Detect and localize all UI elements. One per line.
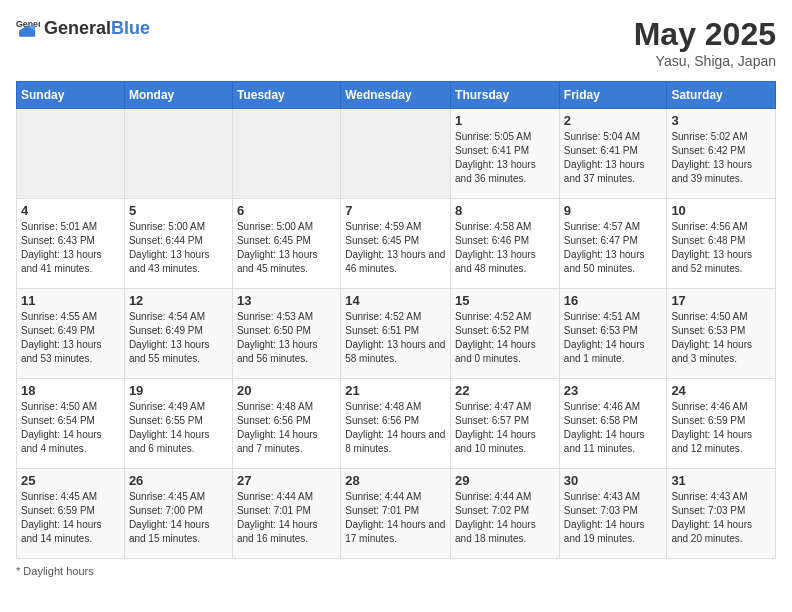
day-number: 11 xyxy=(21,293,120,308)
day-info: Sunrise: 5:02 AMSunset: 6:42 PMDaylight:… xyxy=(671,130,771,186)
calendar-title-area: May 2025 Yasu, Shiga, Japan xyxy=(634,16,776,69)
day-info: Sunrise: 4:49 AMSunset: 6:55 PMDaylight:… xyxy=(129,400,228,456)
day-number: 3 xyxy=(671,113,771,128)
day-of-week-header: Thursday xyxy=(451,82,560,109)
day-number: 9 xyxy=(564,203,663,218)
page-header: General GeneralBlue May 2025 Yasu, Shiga… xyxy=(16,16,776,69)
calendar-day-cell: 3Sunrise: 5:02 AMSunset: 6:42 PMDaylight… xyxy=(667,109,776,199)
day-info: Sunrise: 4:44 AMSunset: 7:01 PMDaylight:… xyxy=(345,490,446,546)
calendar-week-row: 4Sunrise: 5:01 AMSunset: 6:43 PMDaylight… xyxy=(17,199,776,289)
day-info: Sunrise: 5:04 AMSunset: 6:41 PMDaylight:… xyxy=(564,130,663,186)
day-info: Sunrise: 4:46 AMSunset: 6:58 PMDaylight:… xyxy=(564,400,663,456)
calendar-day-cell: 22Sunrise: 4:47 AMSunset: 6:57 PMDayligh… xyxy=(451,379,560,469)
day-info: Sunrise: 4:53 AMSunset: 6:50 PMDaylight:… xyxy=(237,310,336,366)
day-number: 27 xyxy=(237,473,336,488)
calendar-day-cell: 2Sunrise: 5:04 AMSunset: 6:41 PMDaylight… xyxy=(559,109,667,199)
day-number: 19 xyxy=(129,383,228,398)
calendar-day-cell xyxy=(232,109,340,199)
day-of-week-header: Saturday xyxy=(667,82,776,109)
day-info: Sunrise: 4:50 AMSunset: 6:54 PMDaylight:… xyxy=(21,400,120,456)
day-info: Sunrise: 4:55 AMSunset: 6:49 PMDaylight:… xyxy=(21,310,120,366)
calendar-day-cell: 13Sunrise: 4:53 AMSunset: 6:50 PMDayligh… xyxy=(232,289,340,379)
day-number: 23 xyxy=(564,383,663,398)
calendar-day-cell: 31Sunrise: 4:43 AMSunset: 7:03 PMDayligh… xyxy=(667,469,776,559)
day-info: Sunrise: 4:51 AMSunset: 6:53 PMDaylight:… xyxy=(564,310,663,366)
day-info: Sunrise: 4:48 AMSunset: 6:56 PMDaylight:… xyxy=(237,400,336,456)
logo-general: General xyxy=(44,18,111,38)
day-info: Sunrise: 4:50 AMSunset: 6:53 PMDaylight:… xyxy=(671,310,771,366)
days-of-week-row: SundayMondayTuesdayWednesdayThursdayFrid… xyxy=(17,82,776,109)
calendar-day-cell: 9Sunrise: 4:57 AMSunset: 6:47 PMDaylight… xyxy=(559,199,667,289)
day-number: 8 xyxy=(455,203,555,218)
day-number: 2 xyxy=(564,113,663,128)
day-number: 26 xyxy=(129,473,228,488)
calendar-header: SundayMondayTuesdayWednesdayThursdayFrid… xyxy=(17,82,776,109)
day-number: 25 xyxy=(21,473,120,488)
day-of-week-header: Sunday xyxy=(17,82,125,109)
day-info: Sunrise: 4:45 AMSunset: 7:00 PMDaylight:… xyxy=(129,490,228,546)
day-info: Sunrise: 4:46 AMSunset: 6:59 PMDaylight:… xyxy=(671,400,771,456)
day-number: 10 xyxy=(671,203,771,218)
calendar-day-cell: 23Sunrise: 4:46 AMSunset: 6:58 PMDayligh… xyxy=(559,379,667,469)
day-info: Sunrise: 4:56 AMSunset: 6:48 PMDaylight:… xyxy=(671,220,771,276)
day-of-week-header: Tuesday xyxy=(232,82,340,109)
calendar-week-row: 25Sunrise: 4:45 AMSunset: 6:59 PMDayligh… xyxy=(17,469,776,559)
day-number: 16 xyxy=(564,293,663,308)
logo-text: GeneralBlue xyxy=(44,18,150,39)
day-number: 13 xyxy=(237,293,336,308)
day-of-week-header: Wednesday xyxy=(341,82,451,109)
calendar-day-cell: 5Sunrise: 5:00 AMSunset: 6:44 PMDaylight… xyxy=(124,199,232,289)
calendar-day-cell xyxy=(17,109,125,199)
day-number: 14 xyxy=(345,293,446,308)
day-number: 7 xyxy=(345,203,446,218)
calendar-table: SundayMondayTuesdayWednesdayThursdayFrid… xyxy=(16,81,776,559)
calendar-day-cell: 29Sunrise: 4:44 AMSunset: 7:02 PMDayligh… xyxy=(451,469,560,559)
calendar-day-cell: 24Sunrise: 4:46 AMSunset: 6:59 PMDayligh… xyxy=(667,379,776,469)
day-number: 4 xyxy=(21,203,120,218)
calendar-day-cell: 6Sunrise: 5:00 AMSunset: 6:45 PMDaylight… xyxy=(232,199,340,289)
day-number: 30 xyxy=(564,473,663,488)
calendar-day-cell xyxy=(124,109,232,199)
day-info: Sunrise: 4:44 AMSunset: 7:01 PMDaylight:… xyxy=(237,490,336,546)
footer-note: * Daylight hours xyxy=(16,565,776,577)
calendar-day-cell: 10Sunrise: 4:56 AMSunset: 6:48 PMDayligh… xyxy=(667,199,776,289)
calendar-day-cell: 12Sunrise: 4:54 AMSunset: 6:49 PMDayligh… xyxy=(124,289,232,379)
calendar-day-cell: 14Sunrise: 4:52 AMSunset: 6:51 PMDayligh… xyxy=(341,289,451,379)
calendar-day-cell: 15Sunrise: 4:52 AMSunset: 6:52 PMDayligh… xyxy=(451,289,560,379)
day-info: Sunrise: 4:47 AMSunset: 6:57 PMDaylight:… xyxy=(455,400,555,456)
day-number: 28 xyxy=(345,473,446,488)
daylight-label: Daylight hours xyxy=(23,565,93,577)
day-number: 1 xyxy=(455,113,555,128)
day-info: Sunrise: 4:48 AMSunset: 6:56 PMDaylight:… xyxy=(345,400,446,456)
month-title: May 2025 xyxy=(634,16,776,53)
calendar-body: 1Sunrise: 5:05 AMSunset: 6:41 PMDaylight… xyxy=(17,109,776,559)
day-info: Sunrise: 4:43 AMSunset: 7:03 PMDaylight:… xyxy=(564,490,663,546)
logo-blue: Blue xyxy=(111,18,150,38)
day-number: 15 xyxy=(455,293,555,308)
day-info: Sunrise: 4:45 AMSunset: 6:59 PMDaylight:… xyxy=(21,490,120,546)
calendar-day-cell: 11Sunrise: 4:55 AMSunset: 6:49 PMDayligh… xyxy=(17,289,125,379)
day-info: Sunrise: 4:57 AMSunset: 6:47 PMDaylight:… xyxy=(564,220,663,276)
logo-icon: General xyxy=(16,16,40,40)
day-number: 21 xyxy=(345,383,446,398)
calendar-day-cell: 30Sunrise: 4:43 AMSunset: 7:03 PMDayligh… xyxy=(559,469,667,559)
day-number: 12 xyxy=(129,293,228,308)
day-info: Sunrise: 4:52 AMSunset: 6:51 PMDaylight:… xyxy=(345,310,446,366)
day-number: 6 xyxy=(237,203,336,218)
day-info: Sunrise: 4:54 AMSunset: 6:49 PMDaylight:… xyxy=(129,310,228,366)
day-number: 22 xyxy=(455,383,555,398)
calendar-day-cell: 1Sunrise: 5:05 AMSunset: 6:41 PMDaylight… xyxy=(451,109,560,199)
day-info: Sunrise: 5:00 AMSunset: 6:44 PMDaylight:… xyxy=(129,220,228,276)
day-number: 31 xyxy=(671,473,771,488)
day-info: Sunrise: 5:00 AMSunset: 6:45 PMDaylight:… xyxy=(237,220,336,276)
calendar-day-cell: 7Sunrise: 4:59 AMSunset: 6:45 PMDaylight… xyxy=(341,199,451,289)
calendar-day-cell: 20Sunrise: 4:48 AMSunset: 6:56 PMDayligh… xyxy=(232,379,340,469)
location-title: Yasu, Shiga, Japan xyxy=(634,53,776,69)
day-number: 29 xyxy=(455,473,555,488)
day-number: 24 xyxy=(671,383,771,398)
day-info: Sunrise: 4:59 AMSunset: 6:45 PMDaylight:… xyxy=(345,220,446,276)
calendar-week-row: 1Sunrise: 5:05 AMSunset: 6:41 PMDaylight… xyxy=(17,109,776,199)
day-info: Sunrise: 5:01 AMSunset: 6:43 PMDaylight:… xyxy=(21,220,120,276)
day-info: Sunrise: 4:52 AMSunset: 6:52 PMDaylight:… xyxy=(455,310,555,366)
day-of-week-header: Monday xyxy=(124,82,232,109)
